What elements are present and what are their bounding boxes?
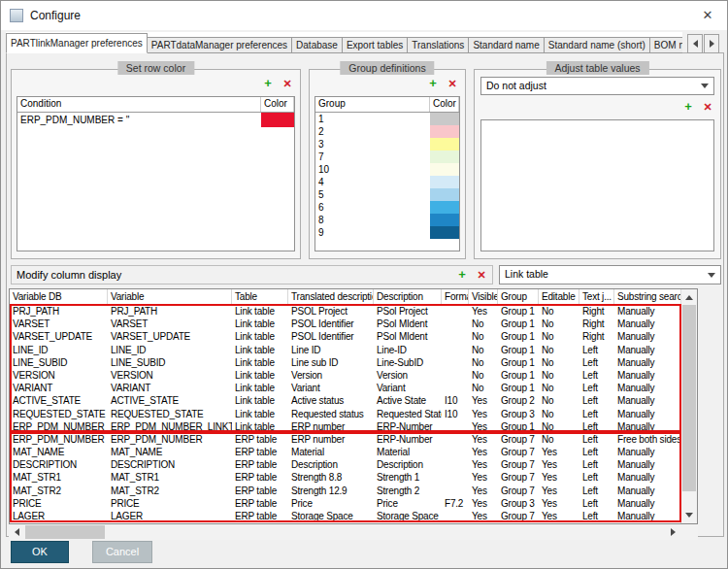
tab-database[interactable]: Database (291, 37, 343, 53)
column-header[interactable]: Editable (539, 289, 579, 304)
column-header[interactable]: Text j... (579, 289, 614, 304)
delete-icon[interactable]: ✕ (701, 100, 714, 114)
table-row[interactable]: ERP_PDM_NUMBERERP_PDM_NUMBERERP tableERP… (10, 433, 680, 446)
group-row[interactable]: 9 (315, 226, 459, 239)
table-row[interactable]: PRJ_PATHPRJ_PATHLink tablePSOL ProjectPS… (10, 305, 680, 318)
horizontal-scrollbar[interactable] (9, 524, 681, 540)
add-icon[interactable]: + (455, 268, 469, 282)
group-color-swatch[interactable] (430, 201, 459, 214)
close-icon[interactable]: ✕ (698, 7, 717, 24)
group-color-swatch[interactable] (430, 151, 459, 163)
scroll-right-icon[interactable] (666, 524, 680, 540)
dialog-title: Configure (30, 9, 81, 22)
table-row[interactable]: MAT_STR1MAT_STR1ERP tableStrength 8.8Str… (10, 471, 680, 484)
table-selector-dropdown[interactable]: Link table (499, 265, 721, 284)
table-row[interactable]: MAT_NAMEMAT_NAMEERP tableMaterialMateria… (10, 446, 680, 458)
column-header[interactable]: Group (498, 289, 539, 304)
tab-partlinkmanager-preferences[interactable]: PARTlinkManager preferences (6, 33, 148, 53)
group-row[interactable]: 10 (315, 163, 459, 176)
tab-scroll-left-button[interactable] (687, 34, 703, 53)
group-row[interactable]: 3 (315, 138, 459, 151)
scroll-up-icon[interactable] (681, 290, 697, 305)
table-row[interactable]: LAGERLAGERERP tableStorage SpaceStorage … (10, 510, 680, 522)
cancel-button[interactable]: Cancel (92, 541, 152, 563)
group-color-swatch[interactable] (430, 176, 459, 188)
group-row[interactable]: 1 (315, 113, 459, 125)
group-color-swatch[interactable] (430, 125, 459, 138)
table-cell: REQUESTED_STATE (10, 408, 108, 420)
column-header[interactable]: Variable DB (10, 289, 108, 304)
tab-standard-name-short[interactable]: Standard name (short) (544, 37, 650, 53)
table-cell: Left (579, 510, 614, 522)
scroll-left-icon[interactable] (10, 524, 24, 540)
column-header[interactable]: Description (374, 289, 442, 304)
group-color-swatch[interactable] (430, 138, 459, 151)
condition-column-header[interactable]: Condition (17, 97, 261, 112)
color-column-header[interactable]: Color (430, 97, 459, 112)
group-definitions-toolbar: + ✕ (426, 77, 459, 91)
group-row[interactable]: 8 (315, 214, 459, 226)
tab-partdatamanager-preferences[interactable]: PARTdataManager preferences (147, 37, 292, 53)
table-row[interactable]: VARSETVARSETLink tablePSOL IdentifierPSo… (10, 318, 680, 330)
table-cell: Yes (539, 510, 579, 522)
column-header[interactable]: Visible (469, 289, 498, 304)
table-cell: LINE_ID (108, 344, 232, 356)
table-row[interactable]: ACTIVE_STATEACTIVE_STATELink tableActive… (10, 394, 680, 407)
tab-bom-name[interactable]: BOM name (649, 37, 682, 53)
column-header[interactable]: Format (442, 289, 469, 304)
group-color-swatch[interactable] (430, 226, 459, 239)
column-header[interactable]: Table (232, 289, 288, 304)
vertical-scrollbar[interactable] (680, 289, 697, 523)
table-cell: Version (374, 369, 442, 382)
adjust-mode-dropdown[interactable]: Do not adjust (480, 77, 714, 95)
delete-icon[interactable]: ✕ (281, 77, 294, 90)
column-header[interactable]: Translated description (288, 289, 374, 304)
table-cell: Line ID (288, 344, 374, 356)
row-color-swatch[interactable] (261, 113, 294, 127)
table-row[interactable]: LINE_SUBIDLINE_SUBIDLink tableLine sub I… (10, 356, 680, 369)
horizontal-scrollbar-thumb[interactable] (25, 525, 105, 539)
table-row[interactable]: MAT_STR2MAT_STR2ERP tableStrength 12.9St… (10, 485, 680, 497)
scroll-down-icon[interactable] (681, 508, 697, 522)
add-icon[interactable]: + (681, 100, 695, 114)
group-column-header[interactable]: Group (315, 97, 430, 112)
table-row[interactable]: VERSIONVERSIONLink tableVersionVersionNo… (10, 369, 680, 382)
table-row[interactable]: REQUESTED_STATEREQUESTED_STATELink table… (10, 408, 680, 420)
delete-icon[interactable]: ✕ (475, 268, 488, 282)
group-row[interactable]: 6 (315, 201, 459, 214)
table-cell: No (539, 394, 579, 407)
table-cell: PRICE (10, 497, 108, 510)
tab-translations[interactable]: Translations (407, 37, 469, 53)
table-row[interactable]: ERP_PDM_NUMBERERP_PDM_NUMBER_LINKTABLELi… (10, 420, 680, 433)
group-row[interactable]: 7 (315, 151, 459, 163)
tab-export-tables[interactable]: Export tables (342, 37, 408, 53)
table-row[interactable]: PRICEPRICEERP tablePricePriceF7.2YesGrou… (10, 497, 680, 510)
table-row[interactable]: DESCRIPTIONDESCRIPTIONERP tableDescripti… (10, 458, 680, 471)
group-row[interactable]: 4 (315, 176, 459, 188)
group-row[interactable]: 5 (315, 188, 459, 201)
table-cell: Right (579, 330, 614, 343)
group-color-swatch[interactable] (430, 113, 459, 125)
tab-scroll-right-button[interactable] (704, 34, 719, 53)
delete-icon[interactable]: ✕ (446, 77, 459, 90)
table-row[interactable]: VARIANTVARIANTLink tableVariantVariantNo… (10, 382, 680, 394)
table-cell: Yes (539, 497, 579, 510)
column-header[interactable]: Substring search (614, 289, 682, 304)
add-icon[interactable]: + (261, 77, 275, 90)
table-row[interactable]: LINE_IDLINE_IDLink tableLine IDLine-IDNo… (10, 344, 680, 356)
condition-row[interactable]: ERP_PDM_NUMBER = '' (17, 113, 294, 127)
table-row[interactable]: VARSET_UPDATEVARSET_UPDATELink tablePSOL… (10, 330, 680, 343)
column-header[interactable]: Variable (108, 289, 232, 304)
tab-standard-name[interactable]: Standard name (468, 37, 544, 53)
group-color-swatch[interactable] (430, 214, 459, 226)
adjust-table-values-toolbar: + ✕ (681, 100, 714, 115)
table-cell: PSOL Identifier (288, 318, 374, 330)
color-column-header[interactable]: Color (261, 97, 294, 112)
ok-button[interactable]: OK (11, 541, 69, 563)
dropdown-value: Do not adjust (486, 80, 546, 91)
group-color-swatch[interactable] (430, 188, 459, 201)
add-icon[interactable]: + (426, 77, 440, 90)
group-row[interactable]: 2 (315, 125, 459, 138)
group-color-swatch[interactable] (430, 163, 459, 176)
vertical-scrollbar-thumb[interactable] (682, 305, 696, 491)
